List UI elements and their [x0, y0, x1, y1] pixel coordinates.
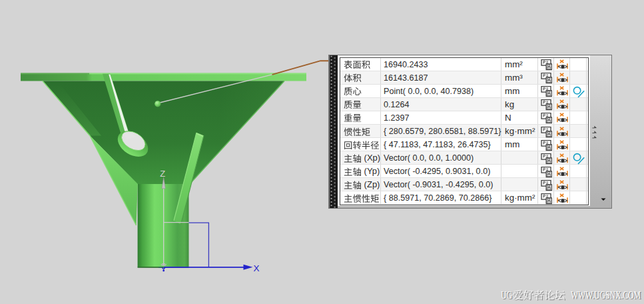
- svg-text:WWW.UGSNX.COM: WWW.UGSNX.COM: [571, 289, 641, 301]
- svg-text:X: X: [254, 263, 260, 273]
- svg-text:Z: Z: [160, 169, 165, 179]
- svg-text:UG: UG: [501, 289, 512, 301]
